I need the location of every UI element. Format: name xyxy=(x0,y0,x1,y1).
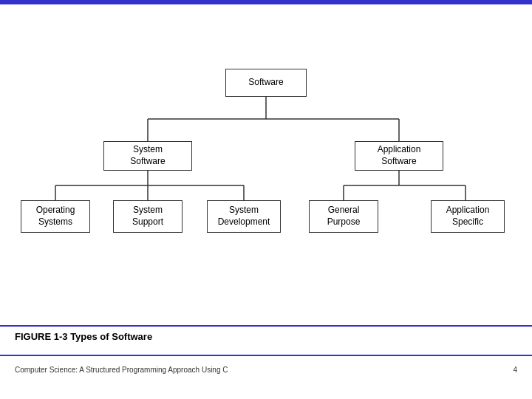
box-software: Software xyxy=(225,69,307,97)
box-system-support: SystemSupport xyxy=(113,200,183,233)
box-operating-systems: OperatingSystems xyxy=(21,200,90,233)
box-general-purpose: GeneralPurpose xyxy=(309,200,378,233)
footer-book-title: Computer Science: A Structured Programmi… xyxy=(15,366,228,374)
box-application-software: ApplicationSoftware xyxy=(355,141,443,171)
diagram-area: Software SystemSoftware ApplicationSoftw… xyxy=(0,4,532,325)
box-system-development: SystemDevelopment xyxy=(207,200,281,233)
footer: FIGURE 1-3 Types of Software Computer Sc… xyxy=(0,325,532,399)
figure-line-bottom xyxy=(0,355,532,356)
figure-caption: FIGURE 1-3 Types of Software xyxy=(15,331,152,342)
box-application-specific: ApplicationSpecific xyxy=(431,200,505,233)
footer-page-number: 4 xyxy=(513,366,517,374)
box-system-software: SystemSoftware xyxy=(103,141,192,171)
figure-line-top xyxy=(0,325,532,327)
diagram-container: Software SystemSoftware ApplicationSoftw… xyxy=(7,54,525,276)
